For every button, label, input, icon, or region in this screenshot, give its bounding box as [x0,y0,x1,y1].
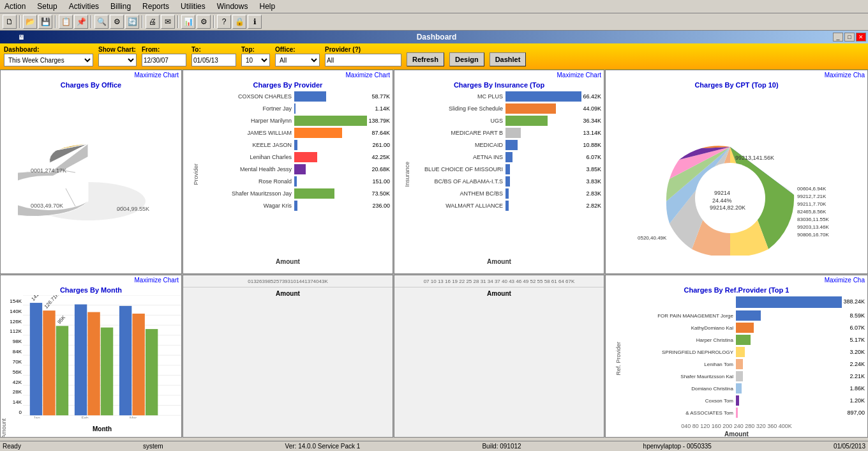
tool-lock[interactable]: 🔒 [232,15,246,29]
ins-value-4: 10.88K [583,142,601,148]
maximize-cpt[interactable]: Maximize Cha [825,72,865,79]
from-input[interactable] [142,54,186,66]
menu-billing[interactable]: Billing [108,1,133,11]
ins-fill-9 [505,201,509,211]
panel-5-header: Maximize Chart [1,275,181,285]
to-label: To: [191,46,236,53]
ins-fill-8 [505,188,509,199]
svg-rect-42 [146,329,158,415]
refresh-button[interactable]: Refresh [407,52,444,66]
tool-open[interactable]: 📂 [23,15,37,29]
tool-filter[interactable]: ⚙ [110,15,124,29]
design-button[interactable]: Design [449,52,484,66]
svg-text:99213,141.56K: 99213,141.56K [735,155,774,161]
svg-text:00604,6.94K: 00604,6.94K [797,186,827,192]
menu-activities[interactable]: Activities [67,1,101,11]
tool-settings[interactable]: ⚙ [197,15,211,29]
svg-rect-41 [132,314,144,415]
ref-top-fill [736,296,842,308]
window-title: Dashboard [417,33,457,42]
bar-row-provider-7: Rose Ronald 151.00 [211,176,390,187]
ins-row-3: MEDICARE PART B 13.14K [423,128,601,138]
ins-track-4 [505,140,581,150]
ins-track-2 [505,116,581,126]
tool-paste[interactable]: 📌 [74,15,88,29]
tool-save[interactable]: 💾 [38,15,52,29]
ins-track-8 [505,188,585,199]
insurance-bottom-axis-label: Amount [394,287,604,297]
bar-track-6 [294,164,370,174]
tool-info[interactable]: ℹ [248,15,262,29]
provider-input[interactable] [325,54,401,66]
ins-value-9: 2.82K [586,203,601,209]
tool-print[interactable]: 🖨 [146,15,160,29]
svg-rect-40 [119,306,131,415]
bar-row-provider-3: JAMES WILLIAM 87.64K [211,128,390,138]
bar-fill-1 [294,103,296,114]
menu-utilities[interactable]: Utilities [179,1,207,11]
ins-row-5: AETNA INS 6.07K [423,152,601,162]
svg-text:Mar: Mar [130,416,137,418]
y-label-154: 154K [10,298,22,304]
maximize-provider[interactable]: Maximize Chart [346,72,390,79]
ref-fill-4 [736,359,743,369]
panel-2-header: Maximize Chart [183,70,393,80]
ins-value-8: 2.83K [586,190,601,197]
top-select[interactable]: 10 [241,54,270,66]
bar-track-2 [294,116,367,126]
ins-fill-0 [505,91,581,102]
panel-charges-by-cpt: Maximize Cha Charges By CPT (Top 10) [605,70,868,274]
ref-fill-2 [736,335,751,345]
ins-label-7: BC/BS OF ALABAMA-I.T.S [423,178,505,185]
menu-windows[interactable]: Windows [215,1,250,11]
close-button[interactable]: ✕ [856,33,866,42]
ref-top-value: 388.24K [843,298,865,305]
show-chart-select[interactable] [98,54,137,66]
bar-value-9: 236.00 [372,203,390,209]
tool-new[interactable]: 🗋 [3,15,17,29]
tool-help[interactable]: ? [217,15,231,29]
maximize-ref[interactable]: Maximize Cha [825,277,865,284]
ins-value-3: 13.14K [583,130,601,136]
tool-copy[interactable]: 📋 [59,15,73,29]
dashboard-select[interactable]: This Week Charges [4,54,93,66]
bar-value-4: 261.00 [372,142,390,148]
menu-help[interactable]: Help [257,1,277,11]
bar-track-9 [294,201,371,211]
bar-value-0: 58.77K [371,93,390,100]
menu-reports[interactable]: Reports [140,1,171,11]
ref-row-7: Coxson Tom 1.20K [634,395,865,406]
ins-track-7 [505,176,585,187]
ref-y-label: Ref. Provider [615,342,622,376]
separator-6 [213,15,214,28]
bar-track-1 [294,103,373,114]
ins-fill-5 [505,152,513,162]
panel-1-header: Maximize Chart [1,70,181,80]
menu-action[interactable]: Action [3,1,27,11]
dashboard-label: Dashboard: [4,46,93,53]
tool-refresh[interactable]: 🔄 [125,15,139,29]
bar-row-provider-2: Harper Marilynn 138.79K [211,116,390,126]
maximize-month[interactable]: Maximize Chart [135,277,179,284]
insurance-chart-inner: Insurance MC PLUS 66.42K Sliding Fee Sch… [394,90,604,258]
minimize-button[interactable]: _ [833,33,843,42]
maximize-button[interactable]: □ [844,33,855,42]
ref-fill-8 [736,408,738,418]
tool-chart[interactable]: 📊 [181,15,195,29]
office-select[interactable]: All [275,54,320,66]
ins-value-0: 66.42K [583,93,601,100]
controls-bar: Dashboard: This Week Charges Show Chart:… [0,43,868,70]
maximize-insurance[interactable]: Maximize Chart [557,72,601,79]
menu-setup[interactable]: Setup [35,1,59,11]
bar-fill-5 [294,152,317,162]
to-input[interactable] [191,54,236,66]
bar-row-provider-4: KEELE JASON 261.00 [211,140,390,150]
tool-email[interactable]: ✉ [161,15,175,29]
maximize-office[interactable]: Maximize Chart [135,72,179,79]
dashlet-button[interactable]: Dashlet [490,52,527,66]
ins-label-9: WALMART ALLIANCE [423,203,505,209]
ins-row-9: WALMART ALLIANCE 2.82K [423,201,601,211]
tool-search[interactable]: 🔍 [94,15,108,29]
provider-axis-label: Amount [183,258,393,265]
chart-title-insurance: Charges By Insurance (Top [394,80,604,90]
